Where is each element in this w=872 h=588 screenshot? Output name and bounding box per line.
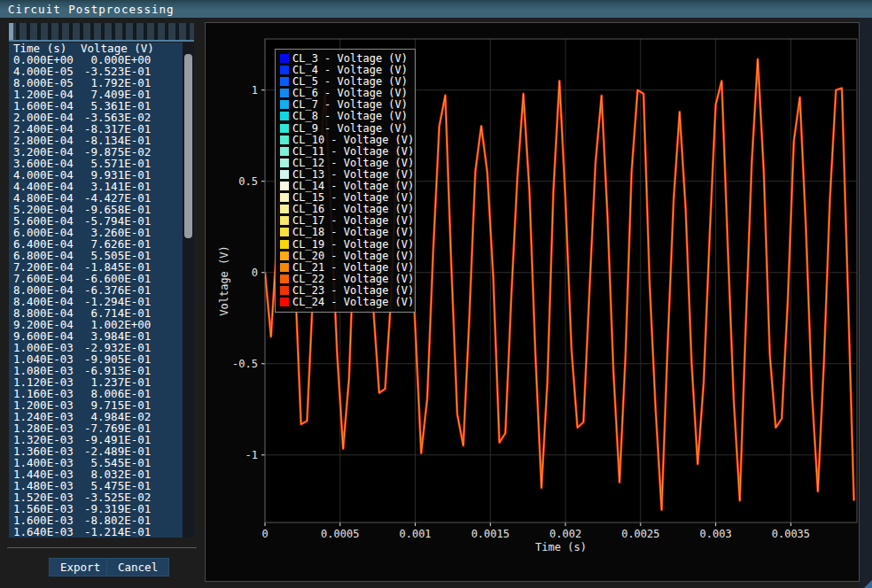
legend-label: CL_3 - Voltage (V)	[292, 52, 408, 65]
horizontal-scrollbar[interactable]	[9, 23, 194, 42]
legend-label: CL_17 - Voltage (V)	[292, 214, 414, 227]
legend-swatch-icon	[280, 263, 289, 272]
y-tick-label: 0.5	[238, 175, 258, 188]
voltage-cell: -1.214E-01	[84, 526, 151, 538]
legend-label: CL_8 - Voltage (V)	[292, 110, 408, 122]
table-scrollbar-thumb[interactable]	[184, 54, 192, 238]
y-axis-title: Voltage (V)	[218, 245, 230, 315]
legend-swatch-icon	[280, 54, 289, 63]
results-table: Time (s) Voltage (V) 0.000E+00 0.000E+00…	[9, 43, 194, 538]
legend-swatch-icon	[280, 216, 289, 225]
export-button[interactable]: Export	[49, 558, 112, 576]
x-tick-label: 0.0035	[772, 528, 810, 540]
legend-swatch-icon	[280, 251, 289, 260]
legend-label: CL_5 - Voltage (V)	[292, 75, 408, 88]
legend-item[interactable]: CL_24 - Voltage (V)	[280, 297, 415, 308]
plot-legend: CL_3 - Voltage (V)CL_4 - Voltage (V)CL_5…	[275, 49, 416, 313]
legend-label: CL_19 - Voltage (V)	[292, 238, 414, 251]
legend-swatch-icon	[280, 240, 289, 249]
legend-swatch-icon	[280, 298, 289, 306]
legend-label: CL_14 - Voltage (V)	[292, 180, 414, 192]
resize-grip-icon[interactable]	[864, 580, 872, 588]
x-tick-label: 0.002	[549, 528, 581, 540]
y-tick-label: -0.5	[232, 358, 258, 370]
legend-swatch-icon	[280, 193, 289, 202]
legend-label: CL_22 - Voltage (V)	[292, 273, 414, 285]
x-tick-label: 0	[261, 528, 268, 540]
legend-label: CL_21 - Voltage (V)	[292, 261, 414, 274]
x-tick-label: 0.001	[399, 528, 431, 540]
window-title: Circuit Postprocessing	[8, 3, 175, 16]
legend-label: CL_9 - Voltage (V)	[292, 122, 408, 135]
legend-swatch-icon	[280, 100, 289, 109]
legend-swatch-icon	[280, 275, 289, 283]
x-axis-title: Time (s)	[535, 541, 587, 553]
legend-swatch-icon	[280, 124, 289, 133]
legend-swatch-icon	[280, 205, 289, 213]
divider	[7, 547, 197, 548]
legend-label: CL_12 - Voltage (V)	[292, 157, 414, 169]
chart-panel: 00.00050.0010.00150.0020.00250.0030.0035…	[205, 22, 860, 582]
y-tick-label: 1	[252, 84, 258, 97]
y-tick-label: -1	[245, 449, 258, 461]
legend-label: CL_15 - Voltage (V)	[292, 191, 414, 204]
legend-swatch-icon	[280, 66, 289, 74]
table-body: 0.000E+00 0.000E+004.000E-05-3.523E-018.…	[9, 54, 194, 538]
legend-swatch-icon	[280, 89, 289, 97]
legend-label: CL_10 - Voltage (V)	[292, 134, 414, 146]
window-edge	[860, 18, 872, 588]
legend-label: CL_24 - Voltage (V)	[292, 296, 414, 308]
legend-label: CL_18 - Voltage (V)	[292, 226, 414, 238]
cancel-button[interactable]: Cancel	[106, 558, 169, 576]
legend-swatch-icon	[280, 135, 289, 144]
legend-swatch-icon	[280, 159, 289, 167]
legend-label: CL_4 - Voltage (V)	[292, 64, 408, 76]
x-tick-label: 0.0015	[471, 528, 510, 540]
legend-label: CL_6 - Voltage (V)	[292, 87, 408, 99]
y-tick-label: 0	[252, 267, 258, 279]
x-tick-label: 0.0005	[321, 528, 359, 540]
legend-label: CL_16 - Voltage (V)	[292, 203, 414, 215]
table-scrollbar[interactable]	[183, 43, 194, 538]
x-tick-label: 0.003	[700, 528, 732, 540]
legend-label: CL_7 - Voltage (V)	[292, 98, 408, 111]
x-tick-label: 0.0025	[621, 528, 659, 540]
legend-swatch-icon	[280, 286, 289, 295]
horizontal-scrollbar-thumb[interactable]	[9, 23, 13, 40]
legend-swatch-icon	[280, 228, 289, 236]
table-row[interactable]: 1.640E-03-1.214E-01	[9, 526, 194, 538]
legend-swatch-icon	[280, 112, 289, 120]
legend-label: CL_13 - Voltage (V)	[292, 168, 414, 181]
legend-swatch-icon	[280, 170, 289, 179]
legend-swatch-icon	[280, 77, 289, 86]
legend-swatch-icon	[280, 182, 289, 190]
legend-label: CL_20 - Voltage (V)	[292, 250, 414, 262]
legend-label: CL_23 - Voltage (V)	[292, 284, 414, 297]
legend-label: CL_11 - Voltage (V)	[292, 145, 414, 158]
title-bar[interactable]: Circuit Postprocessing	[0, 0, 872, 18]
legend-swatch-icon	[280, 147, 289, 156]
time-cell: 1.640E-03	[13, 526, 74, 538]
